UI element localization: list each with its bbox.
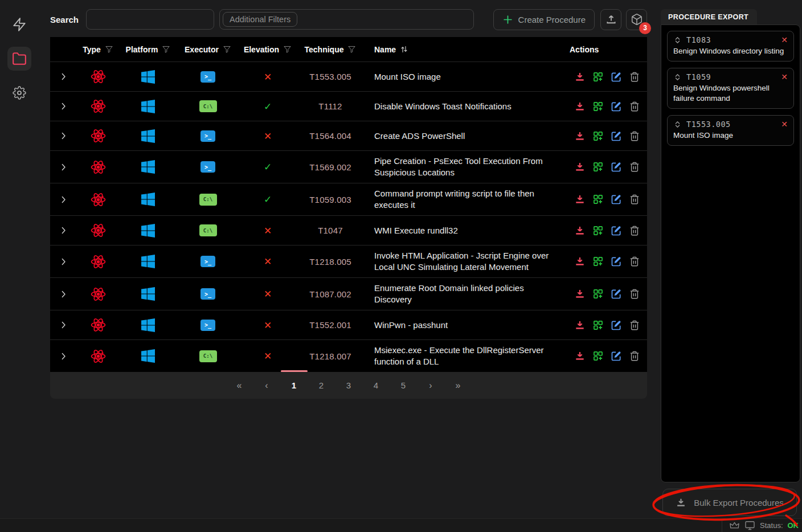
add-to-export-button[interactable] [592,350,604,362]
row-expand-button[interactable] [50,72,76,81]
pagination-page-5[interactable]: 5 [396,380,410,390]
remove-from-export-button[interactable]: ✕ [781,120,788,129]
crown-icon[interactable] [729,520,740,531]
add-to-export-button[interactable] [592,194,604,205]
search-label: Search [50,15,79,24]
drag-handle-icon[interactable] [673,36,682,44]
delete-button[interactable] [629,194,640,205]
filter-icon[interactable] [283,45,292,54]
row-expand-button[interactable] [50,131,76,141]
export-panel-body: T1083 ✕ Benign Windows directory listing… [661,24,800,482]
edit-button[interactable] [611,101,622,112]
monitor-icon[interactable] [744,520,755,531]
elevation-x-icon: ✕ [264,256,272,267]
table-row: >_ ✕ T1087.002 Enumerate Root Domain lin… [50,277,647,310]
download-button[interactable] [574,194,586,205]
plus-icon [502,14,513,25]
row-expand-button[interactable] [50,351,76,361]
delete-button[interactable] [629,161,640,173]
create-procedure-button[interactable]: Create Procedure [493,9,595,30]
drag-handle-icon[interactable] [673,73,682,81]
technique-id: T1218.005 [296,257,365,267]
download-icon [676,497,686,508]
pagination-page-3[interactable]: 3 [342,380,355,390]
row-expand-button[interactable] [50,195,76,204]
sidebar-item-settings[interactable] [7,81,31,105]
edit-button[interactable] [611,225,622,236]
remove-from-export-button[interactable]: ✕ [781,72,788,81]
procedures-table: Type Platform Executor Elevation Techniq… [50,37,647,399]
filter-icon[interactable] [347,45,356,54]
delete-button[interactable] [629,256,640,267]
add-to-export-button[interactable] [592,288,604,300]
pagination-next-button[interactable]: › [424,380,437,391]
edit-button[interactable] [611,288,622,300]
pagination-first-button[interactable]: « [232,380,246,391]
powershell-executor-icon: >_ [200,161,215,173]
filter-icon[interactable] [162,45,170,54]
sidebar-item-dashboard[interactable] [7,13,31,36]
header-name: Name [365,45,567,54]
add-to-export-button[interactable] [592,161,604,173]
download-button[interactable] [574,225,586,236]
drag-handle-icon[interactable] [673,120,682,129]
table-row: C:\ ✕ T1047 WMI Execute rundll32 [50,215,647,245]
export-cart-button[interactable]: 3 [626,9,647,30]
pagination-page-2[interactable]: 2 [314,380,328,390]
download-button[interactable] [574,288,586,300]
add-to-export-button[interactable] [592,256,604,267]
row-expand-button[interactable] [50,226,76,235]
edit-button[interactable] [611,130,622,142]
add-to-export-button[interactable] [592,71,604,83]
download-button[interactable] [574,350,586,362]
sort-icon[interactable] [400,45,408,54]
delete-button[interactable] [629,350,640,362]
download-button[interactable] [574,320,586,331]
edit-button[interactable] [611,320,622,331]
remove-from-export-button[interactable]: ✕ [781,35,788,44]
row-expand-button[interactable] [50,289,76,299]
filter-icon[interactable] [223,45,231,54]
pagination-page-1[interactable]: 1 [287,380,301,390]
download-button[interactable] [574,256,586,267]
pagination-prev-button[interactable]: ‹ [260,380,273,391]
edit-button[interactable] [611,161,622,173]
export-card-name: Mount ISO image [673,130,788,141]
upload-button[interactable] [600,9,621,30]
row-expand-button[interactable] [50,101,76,111]
row-expand-button[interactable] [50,257,76,267]
delete-button[interactable] [629,288,640,300]
add-to-export-button[interactable] [592,101,604,112]
bulk-export-button[interactable]: Bulk Export Procedures [662,489,797,516]
download-button[interactable] [574,71,586,83]
windows-platform-icon [141,224,155,238]
download-button[interactable] [574,101,586,112]
header-technique: Technique [296,45,365,54]
add-to-export-button[interactable] [592,225,604,236]
edit-button[interactable] [611,350,622,362]
procedure-name: Invoke HTML Application - Jscript Engine… [365,250,567,273]
delete-button[interactable] [629,101,640,112]
pagination-page-4[interactable]: 4 [369,380,383,390]
search-input[interactable] [86,9,214,30]
table-row: C:\ ✕ T1218.007 Msiexec.exe - Execute th… [50,339,647,372]
add-to-export-button[interactable] [592,320,604,331]
delete-button[interactable] [629,225,640,236]
sidebar-item-procedures[interactable] [7,47,31,71]
delete-button[interactable] [629,130,640,142]
delete-button[interactable] [629,71,640,83]
edit-button[interactable] [611,256,622,267]
add-to-export-button[interactable] [592,130,604,142]
row-expand-button[interactable] [50,320,76,330]
additional-filters-input[interactable]: Additional Filters [219,9,474,30]
download-button[interactable] [574,130,586,142]
pagination-last-button[interactable]: » [451,380,465,391]
edit-button[interactable] [611,71,622,83]
download-button[interactable] [574,161,586,173]
delete-button[interactable] [629,320,640,331]
row-expand-button[interactable] [50,162,76,172]
export-card: T1059 ✕ Benign Windows powershell failur… [667,68,794,109]
edit-button[interactable] [611,194,622,205]
technique-id: T1564.004 [296,131,365,141]
filter-icon[interactable] [105,45,113,54]
